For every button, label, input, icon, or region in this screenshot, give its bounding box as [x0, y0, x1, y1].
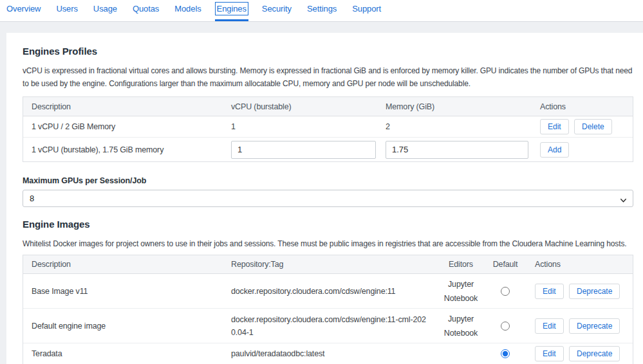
deprecate-button[interactable]: Deprecate	[569, 284, 620, 299]
deprecate-button[interactable]: Deprecate	[569, 318, 620, 334]
column-header-memory: Memory (GiB)	[377, 102, 532, 111]
engine-images-table-header: Description Repository:Tag Editors Defau…	[23, 255, 633, 274]
top-navigation: Overview Users Usage Quotas Models Engin…	[0, 0, 643, 22]
column-header-actions: Actions	[525, 260, 633, 269]
tab-users[interactable]: Users	[56, 0, 77, 21]
tab-overview[interactable]: Overview	[6, 0, 41, 21]
image-default-cell	[485, 321, 525, 331]
edit-button[interactable]: Edit	[535, 284, 564, 299]
tab-usage[interactable]: Usage	[93, 0, 117, 21]
image-default-cell	[485, 349, 525, 359]
new-profile-actions: Add	[532, 142, 633, 158]
default-radio-1[interactable]	[501, 322, 510, 331]
new-profile-memory-cell	[377, 141, 532, 159]
new-profile-vcpu-cell	[223, 141, 377, 159]
content-card: Engines Profiles vCPU is expressed in fr…	[6, 33, 643, 364]
tab-settings[interactable]: Settings	[307, 0, 337, 21]
tab-engines[interactable]: Engines	[217, 0, 247, 21]
image-description: Teradata	[23, 349, 223, 358]
max-gpus-select[interactable]: 8	[23, 190, 633, 207]
image-repository-tag: docker.repository.cloudera.com/cdsw/engi…	[223, 281, 436, 302]
vcpu-input[interactable]	[231, 141, 376, 159]
profile-description: 1 vCPU / 2 GiB Memory	[23, 122, 223, 131]
engines-profiles-table: Description vCPU (burstable) Memory (GiB…	[23, 96, 633, 162]
column-header-editors: Editors	[436, 260, 485, 269]
image-default-cell	[485, 286, 525, 296]
table-row: Base Image v11 docker.repository.clouder…	[23, 274, 633, 309]
column-header-description: Description	[23, 260, 223, 269]
engine-images-title: Engine Images	[23, 219, 633, 230]
profile-memory-value: 2	[377, 122, 532, 131]
column-header-default: Default	[485, 260, 525, 269]
deprecate-button[interactable]: Deprecate	[569, 346, 620, 361]
image-actions: Edit Deprecate	[525, 318, 633, 334]
max-gpus-label: Maximum GPUs per Session/Job	[23, 176, 633, 185]
tab-models[interactable]: Models	[174, 0, 201, 21]
tab-quotas[interactable]: Quotas	[133, 0, 159, 21]
add-button[interactable]: Add	[540, 142, 569, 158]
image-actions: Edit Deprecate	[525, 346, 633, 361]
edit-button[interactable]: Edit	[535, 318, 564, 334]
edit-button[interactable]: Edit	[535, 346, 564, 361]
tab-security[interactable]: Security	[262, 0, 292, 21]
profile-vcpu-value: 1	[223, 122, 377, 131]
max-gpus-select-wrap: 8	[23, 190, 633, 207]
engines-profiles-description: vCPU is expressed in fractional virtual …	[23, 64, 633, 90]
table-row: Default engine image docker.repository.c…	[23, 309, 633, 343]
image-editors: Jupyter Notebook	[436, 277, 485, 305]
engine-images-description: Whitelist Docker images for project owne…	[23, 237, 633, 250]
engine-images-table: Description Repository:Tag Editors Defau…	[23, 255, 633, 364]
image-description: Base Image v11	[23, 287, 223, 296]
column-header-repository-tag: Repository:Tag	[223, 260, 436, 269]
table-row: Teradata paulvid/teradataodbc:latest Edi…	[23, 343, 633, 364]
new-profile-description: 1 vCPU (burstable), 1.75 GiB memory	[23, 145, 223, 154]
default-radio-0[interactable]	[501, 287, 510, 296]
table-row: 1 vCPU (burstable), 1.75 GiB memory Add	[23, 138, 633, 161]
image-actions: Edit Deprecate	[525, 284, 633, 299]
profile-actions: Edit Delete	[532, 119, 633, 134]
edit-button[interactable]: Edit	[540, 119, 569, 134]
tab-support[interactable]: Support	[352, 0, 381, 21]
image-repository-tag: docker.repository.cloudera.com/cdsw/engi…	[223, 309, 436, 343]
column-header-description: Description	[23, 102, 223, 111]
delete-button[interactable]: Delete	[574, 119, 612, 134]
image-repository-tag: paulvid/teradataodbc:latest	[223, 343, 436, 364]
memory-input[interactable]	[386, 141, 528, 159]
engines-profiles-title: Engines Profiles	[23, 46, 633, 57]
column-header-vcpu: vCPU (burstable)	[223, 102, 377, 111]
column-header-actions: Actions	[532, 102, 633, 111]
default-radio-2[interactable]	[501, 349, 510, 358]
image-description: Default engine image	[23, 322, 223, 331]
image-editors: Jupyter Notebook	[436, 312, 485, 340]
table-row: 1 vCPU / 2 GiB Memory 1 2 Edit Delete	[23, 116, 633, 138]
engines-profiles-table-header: Description vCPU (burstable) Memory (GiB…	[23, 97, 633, 116]
